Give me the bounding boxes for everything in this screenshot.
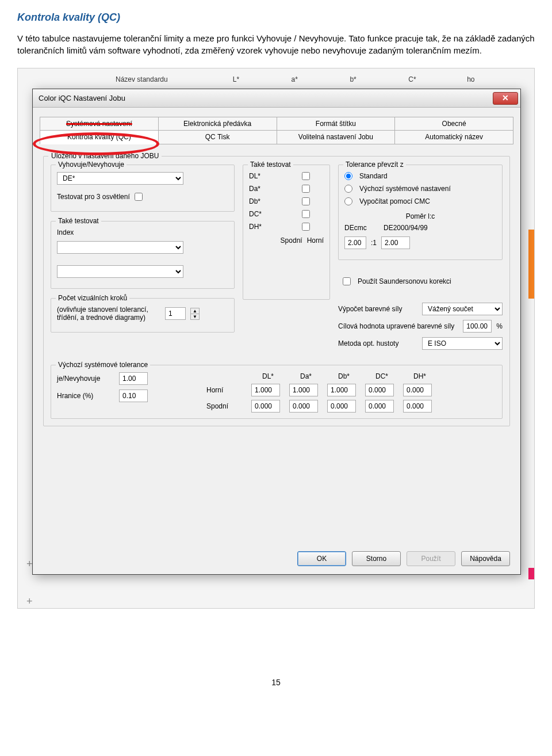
group-title: Výchozí systémové tolerance	[56, 361, 150, 369]
group-tolerance-from: Tolerance převzít z Standard Výchozí sys…	[338, 165, 503, 260]
tab-auto-name[interactable]: Automatický název	[394, 131, 513, 144]
saunderson-checkbox[interactable]	[343, 277, 351, 285]
also-index-select-1[interactable]	[57, 241, 183, 254]
plus-icon: +	[26, 597, 34, 605]
tol-upper-input[interactable]	[251, 384, 280, 396]
apply-button[interactable]: Použít	[407, 551, 455, 566]
also-index-label: Index	[57, 228, 74, 236]
dl-label: DL*	[249, 172, 260, 180]
column-header: b*	[350, 75, 408, 83]
ratio-label: Poměr l:c	[344, 212, 496, 220]
group-pass-fail: Vyhovuje/Nevyhovuje DE* Testovat pro 3 o…	[51, 165, 235, 212]
column-header: C*	[408, 75, 467, 83]
stepper-down-icon[interactable]: ▼	[191, 314, 199, 319]
de2000-input[interactable]	[381, 236, 410, 249]
tolfrom-standard-radio[interactable]	[344, 172, 352, 180]
tol-upper-input[interactable]	[365, 384, 394, 396]
border-tol-label: Hranice (%)	[57, 392, 114, 400]
decmc-label: DEcmc	[344, 224, 379, 232]
ok-button[interactable]: OK	[297, 551, 346, 566]
close-button[interactable]: ✕	[493, 92, 518, 105]
tol-header: DC*	[365, 372, 398, 380]
tol-upper-label: Horní	[206, 386, 247, 394]
dialog-title: Color iQC Nastavení Jobu	[39, 94, 493, 102]
column-header: ho	[467, 75, 526, 83]
tol-header: DH*	[403, 372, 436, 380]
dialog-titlebar: Color iQC Nastavení Jobu ✕	[33, 89, 520, 108]
calc-strength-select[interactable]: Vážený součet	[422, 303, 503, 315]
upper-label: Horní	[307, 236, 324, 245]
also-index-select-2[interactable]	[57, 265, 183, 278]
dialog-buttons: OK Storno Použít Nápověda	[297, 551, 510, 566]
calc-strength-label: Výpočet barevné síly	[338, 305, 417, 313]
tol-header: DL*	[251, 372, 285, 380]
section-heading: Kontrola kvality (QC)	[17, 12, 535, 24]
border-tol-input[interactable]	[119, 390, 148, 402]
page-number: 15	[17, 678, 535, 687]
screenshot-container: Název standardu L* a* b* C* ho + + Color…	[17, 68, 535, 609]
lower-label: Spodní	[281, 236, 302, 245]
table-header-row: Název standardu L* a* b* C* ho	[116, 75, 526, 83]
tol-header: Da*	[289, 372, 323, 380]
tab-system-settings[interactable]: Systémová nastavení	[40, 117, 158, 131]
tol-lower-input[interactable]	[327, 400, 356, 413]
tol-upper-input[interactable]	[403, 384, 432, 396]
opt-density-select[interactable]: E ISO	[422, 337, 503, 350]
db-checkbox[interactable]	[302, 197, 310, 205]
tol-lower-input[interactable]	[289, 400, 318, 413]
tolfrom-cmc-label: Vypočítat pomocí CMC	[359, 197, 430, 205]
tab-general[interactable]: Obecné	[394, 117, 513, 131]
tol-lower-label: Spodní	[206, 402, 247, 410]
cancel-button[interactable]: Storno	[352, 551, 401, 566]
dc-checkbox[interactable]	[302, 210, 310, 218]
tol-lower-input[interactable]	[365, 400, 394, 413]
column-header: Název standardu	[116, 75, 233, 83]
de2000-label: DE2000/94/99	[384, 224, 428, 232]
help-button[interactable]: Nápověda	[461, 551, 510, 566]
tol-lower-input[interactable]	[251, 400, 280, 413]
target-strength-label: Cílová hodnota upravené barevné síly	[338, 322, 458, 330]
tab-label-format[interactable]: Formát štítku	[277, 117, 395, 131]
ratio-lc-input[interactable]	[344, 236, 366, 249]
group-saved-in-job: Uloženo v nastavení daného JOBU Vyhovuje…	[43, 156, 510, 426]
dh-checkbox[interactable]	[302, 223, 310, 231]
tolfrom-system-radio[interactable]	[344, 185, 352, 193]
target-strength-input[interactable]	[463, 320, 492, 333]
red-annotation-circle	[33, 132, 159, 155]
tolfrom-cmc-radio[interactable]	[344, 197, 352, 205]
de-select[interactable]: DE*	[57, 172, 183, 185]
group-title: Vyhovuje/Nevyhovuje	[56, 161, 126, 169]
tolfrom-system-label: Výchozí systémové nastavení	[359, 185, 451, 193]
ratio-sep: :1	[371, 239, 377, 247]
passfail-tol-label: je/Nevyhovuje	[57, 375, 114, 383]
section-paragraph: V této tabulce nastavujeme toleranční li…	[17, 32, 535, 56]
tol-lower-input[interactable]	[403, 400, 432, 413]
group-title: Tolerance převzít z	[343, 161, 406, 169]
tol-upper-input[interactable]	[289, 384, 318, 396]
visual-steps-input[interactable]	[165, 307, 186, 320]
dl-checkbox[interactable]	[302, 172, 310, 180]
tol-upper-input[interactable]	[327, 384, 356, 396]
saunderson-label: Použít Saundersonovu korekci	[358, 277, 451, 285]
group-system-tolerances: Výchozí systémové tolerance je/Nevyhovuj…	[51, 365, 503, 419]
group-visual-steps: Počet vizuálních kroků (ovlivňuje stanov…	[51, 298, 235, 333]
tab-qc-print[interactable]: QC Tisk	[158, 131, 277, 144]
group-title: Také testovat	[56, 217, 101, 225]
tab-optional-job[interactable]: Volitelná nastavení Jobu	[277, 131, 395, 144]
test-3-lights-label: Testovat pro 3 osvětlení	[57, 193, 130, 201]
dc-label: DC*	[249, 210, 262, 218]
da-checkbox[interactable]	[302, 185, 310, 193]
test-3-lights-checkbox[interactable]	[135, 193, 143, 201]
db-label: Db*	[249, 197, 260, 205]
opt-density-label: Metoda opt. hustoty	[338, 339, 417, 348]
column-header: a*	[292, 75, 350, 83]
group-title: Počet vizuálních kroků	[56, 294, 129, 302]
bg-orange-strip	[528, 230, 534, 299]
tab-electronic-delivery[interactable]: Elektronická předávka	[158, 117, 277, 131]
stepper-up-icon[interactable]: ▲	[191, 308, 199, 314]
da-label: Da*	[249, 185, 260, 193]
dh-label: DH*	[249, 223, 262, 231]
passfail-tol-input[interactable]	[119, 372, 148, 385]
settings-dialog: Color iQC Nastavení Jobu ✕ Systémová nas…	[32, 89, 521, 575]
group-title: Také testovat	[248, 161, 293, 169]
